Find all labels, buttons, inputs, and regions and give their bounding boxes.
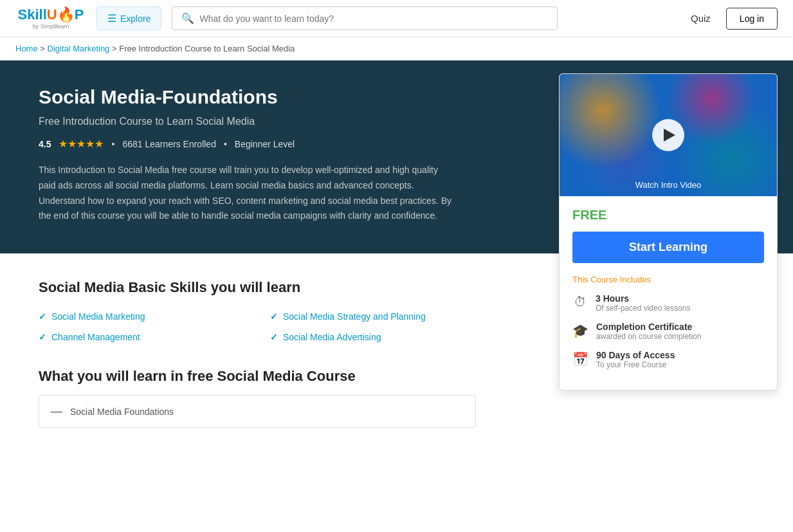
breadcrumb-sep1: > [40,44,45,53]
breadcrumb-current: Free Introduction Course to Learn Social… [119,44,295,53]
breadcrumb-home[interactable]: Home [15,44,38,53]
explore-label: Explore [120,14,150,24]
search-bar: 🔍 [172,6,558,30]
clock-icon: ⏱ [572,295,588,309]
course-title: Social Media-Foundations [39,86,521,108]
explore-button[interactable]: ☰ Explore [96,6,161,30]
learn-section-title: What you will learn in free Social Media… [39,368,476,385]
start-learning-button[interactable]: Start Learning [572,232,764,263]
hero-section: Social Media-Foundations Free Introducti… [0,60,793,253]
course-description: This Introduction to Social Media free c… [39,163,457,224]
rating-number: 4.5 [39,139,51,149]
access-main: 90 Days of Access [596,350,675,360]
logo-text: SkillU🔥P [18,8,84,22]
skills-section-title: Social Media Basic Skills you will learn [39,279,476,296]
check-icon-3: ✓ [39,332,46,342]
learners-count: 6681 Learners Enrolled [122,139,216,149]
hero-meta: 4.5 ★★★★★ • 6681 Learners Enrolled • Beg… [39,138,521,150]
login-button[interactable]: Log in [726,8,778,30]
include-hours-text: 3 Hours Of self-paced video lessons [596,293,690,313]
breadcrumb-sep2: > [112,44,117,53]
breadcrumb-digital-marketing[interactable]: Digital Marketing [48,44,110,53]
course-card: Watch Intro Video FREE Start Learning Th… [559,73,778,390]
skills-grid: ✓ Social Media Marketing ✓ Social Media … [39,311,476,342]
skill-item-2: ✓ Social Media Strategy and Planning [270,311,476,322]
header: SkillU🔥P by Simplilearn ☰ Explore 🔍 Quiz… [0,0,793,37]
include-access-text: 90 Days of Access To your Free Course [596,350,675,369]
course-video-thumbnail[interactable]: Watch Intro Video [560,74,777,196]
skill-label-4: Social Media Advertising [283,332,381,342]
certificate-sub: awarded on course completion [596,332,701,341]
logo: SkillU🔥P by Simplilearn [15,8,86,30]
calendar-icon: 📅 [572,351,588,367]
course-subtitle: Free Introduction Course to Learn Social… [39,116,521,127]
hamburger-icon: ☰ [107,12,116,24]
include-access: 📅 90 Days of Access To your Free Course [572,350,764,369]
breadcrumb: Home > Digital Marketing > Free Introduc… [0,37,793,60]
separator-dot: • [111,139,114,149]
certificate-icon: 🎓 [572,323,588,338]
skill-label-3: Channel Management [51,332,140,342]
header-right: Quiz Log in [691,8,778,30]
accordion-label: Social Media Foundations [70,407,174,417]
skill-item-1: ✓ Social Media Marketing [39,311,244,322]
accordion-minus-icon: — [51,405,62,418]
separator-dot2: • [224,139,227,149]
access-sub: To your Free Course [596,360,675,369]
certificate-main: Completion Certificate [596,322,701,332]
include-certificate-text: Completion Certificate awarded on course… [596,322,701,341]
check-icon-1: ✓ [39,311,46,322]
include-certificate: 🎓 Completion Certificate awarded on cour… [572,322,764,341]
hours-main: 3 Hours [596,293,690,304]
course-card-body: FREE Start Learning This Course Includes… [560,196,777,390]
quiz-link[interactable]: Quiz [691,13,711,24]
skill-item-3: ✓ Channel Management [39,332,244,342]
main-content: Social Media Basic Skills you will learn… [0,253,515,454]
includes-title: This Course Includes [572,275,764,284]
watch-video-label: Watch Intro Video [635,180,702,190]
hours-sub: Of self-paced video lessons [596,304,690,313]
accordion-item-foundations[interactable]: — Social Media Foundations [39,395,476,428]
check-icon-2: ✓ [270,311,278,322]
skill-item-4: ✓ Social Media Advertising [270,332,476,342]
play-button[interactable] [652,119,684,151]
logo-sub: by Simplilearn [33,23,69,30]
skill-label-2: Social Media Strategy and Planning [283,311,426,322]
include-hours: ⏱ 3 Hours Of self-paced video lessons [572,293,764,313]
hero-content: Social Media-Foundations Free Introducti… [39,86,521,224]
search-input[interactable] [199,14,548,24]
star-rating: ★★★★★ [59,138,104,150]
course-price: FREE [572,208,764,223]
course-level: Beginner Level [235,139,295,149]
check-icon-4: ✓ [270,332,278,342]
play-icon [664,129,675,142]
search-icon: 🔍 [181,12,194,24]
skill-label-1: Social Media Marketing [51,311,145,322]
